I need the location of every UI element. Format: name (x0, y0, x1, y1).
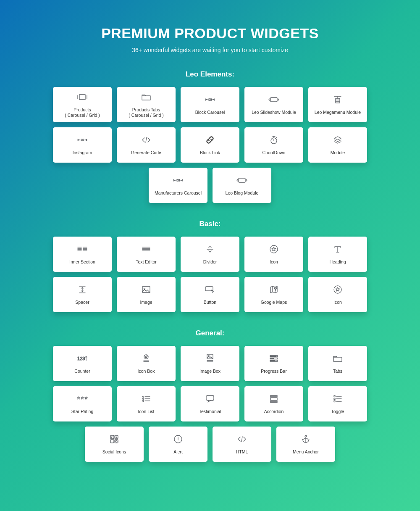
svg-rect-8 (336, 98, 340, 103)
widget-card-module[interactable]: Module (308, 127, 367, 163)
widget-label: Alert (173, 449, 183, 455)
layers-icon (333, 134, 342, 146)
widget-card-accordion[interactable]: Accordion (244, 386, 303, 421)
widget-label: Icon Box (138, 369, 155, 374)
code-icon (237, 433, 247, 445)
widget-label: Module (331, 150, 345, 155)
widget-card-icon[interactable]: Icon (308, 277, 367, 312)
accordion-icon (269, 393, 278, 405)
widget-label: Icon (270, 259, 278, 265)
alert-icon (173, 433, 183, 445)
widget-card-products[interactable]: Products( Carousel / Grid ) (53, 87, 112, 122)
widget-card-social-icons[interactable]: fSocial Icons (85, 427, 144, 462)
widget-label: Image Box (200, 369, 220, 374)
widget-card-countdown[interactable]: CountDown (244, 127, 303, 163)
widget-card-inner-section[interactable]: Inner Section (53, 237, 112, 272)
widget-card-leo-slideshow-module[interactable]: Leo Slideshow Module (244, 87, 303, 122)
widget-card-toggle[interactable]: Toggle (308, 386, 367, 421)
map-icon (269, 284, 278, 295)
widget-label: Star Rating (71, 409, 94, 414)
image-icon (142, 284, 151, 295)
widget-card-text-editor[interactable]: Text Editor (117, 237, 176, 272)
button-icon (205, 284, 215, 295)
widget-card-heading[interactable]: Heading (308, 237, 367, 272)
widget-card-instagram[interactable]: Instagram (53, 127, 112, 163)
widget-card-star-rating[interactable]: Star Rating (53, 386, 112, 421)
divider-icon (205, 243, 215, 255)
folder-icon (333, 353, 343, 364)
widget-card-counter[interactable]: 123Counter (53, 346, 112, 381)
widget-label: Button (204, 300, 216, 305)
widget-card-spacer[interactable]: Spacer (53, 277, 112, 312)
testimonial-icon (205, 393, 215, 405)
svg-rect-11 (81, 139, 82, 141)
widget-label: Tabs (333, 369, 342, 374)
widget-card-image-box[interactable]: Image Box (181, 346, 239, 381)
svg-text:123: 123 (77, 356, 85, 361)
icon-list-icon (142, 393, 151, 405)
widget-card-image[interactable]: Image (117, 277, 176, 312)
svg-rect-18 (177, 179, 178, 181)
widget-card-google-maps[interactable]: Google Maps (244, 277, 303, 312)
svg-rect-63 (270, 398, 277, 400)
svg-rect-73 (110, 440, 114, 443)
counter-icon: 123 (76, 353, 88, 364)
widget-card-icon[interactable]: Icon (244, 237, 303, 272)
widget-label: Inner Section (69, 259, 95, 265)
svg-rect-67 (334, 398, 335, 400)
widget-label: Instagram (73, 150, 92, 155)
widget-card-divider[interactable]: Divider (181, 237, 239, 272)
svg-line-17 (276, 137, 277, 138)
svg-rect-50 (270, 356, 276, 357)
widget-card-icon-list[interactable]: Icon List (117, 386, 176, 421)
widget-label: Heading (329, 259, 346, 265)
widget-label: CountDown (262, 150, 286, 155)
svg-point-76 (116, 440, 117, 442)
star-circle-icon (269, 243, 278, 255)
widget-label: Toggle (331, 409, 344, 414)
svg-point-57 (143, 398, 144, 400)
svg-rect-52 (270, 358, 274, 359)
spacer-icon (78, 284, 87, 295)
widget-card-button[interactable]: Button (181, 277, 239, 312)
heading-t-icon (333, 243, 342, 255)
slideshow-icon (268, 94, 280, 105)
widget-card-icon-box[interactable]: Icon Box (117, 346, 176, 381)
page-title: PREMIUM PRODUCT WIDGETS (13, 25, 407, 42)
svg-rect-4 (210, 99, 212, 100)
svg-rect-65 (334, 396, 335, 397)
widget-label: Products Tabs( Carousel / Grid ) (129, 107, 163, 118)
widget-card-block-link[interactable]: Block Link (181, 127, 239, 163)
svg-rect-74 (115, 440, 118, 443)
widget-card-html[interactable]: HTML (213, 427, 271, 462)
widget-card-alert[interactable]: Alert (149, 427, 207, 462)
arrows-small-icon (205, 94, 215, 105)
widget-label: Icon List (138, 409, 154, 414)
social-icon: f (110, 433, 119, 445)
widget-card-manufacturers-carousel[interactable]: Manufacturers Carousel (149, 168, 207, 203)
widget-card-block-carousel[interactable]: Block Carousel (181, 87, 239, 122)
widget-card-products-tabs[interactable]: Products Tabs( Carousel / Grid ) (117, 87, 176, 122)
svg-point-33 (270, 245, 278, 253)
star-circle-icon (333, 284, 342, 295)
widget-label: Block Link (200, 150, 220, 155)
widget-card-generate-code[interactable]: Generate Code (117, 127, 176, 163)
widget-card-tabs[interactable]: Tabs (308, 346, 367, 381)
section-label-leo: Leo Elements: (13, 70, 407, 79)
svg-point-39 (275, 287, 277, 290)
widget-card-leo-megamenu-module[interactable]: Leo Megamenu Module (308, 87, 367, 122)
widget-card-leo-blog-module[interactable]: Leo Blog Module (213, 168, 271, 203)
arrows-small-icon (77, 134, 88, 146)
svg-rect-69 (334, 401, 335, 402)
image-box-icon (206, 353, 214, 364)
megamenu-icon (333, 94, 343, 105)
widget-card-testimonial[interactable]: Testimonial (181, 386, 239, 421)
grid-basic: Inner SectionText EditorDividerIconHeadi… (50, 237, 370, 312)
widget-card-menu-anchor[interactable]: Menu Anchor (276, 427, 335, 462)
widget-label: Leo Slideshow Module (252, 110, 296, 115)
progress-icon (269, 353, 278, 364)
widget-label: Text Editor (136, 259, 157, 265)
svg-point-37 (144, 288, 145, 290)
arrows-small-icon (173, 174, 184, 186)
widget-card-progress-bar[interactable]: Progress Bar (244, 346, 303, 381)
